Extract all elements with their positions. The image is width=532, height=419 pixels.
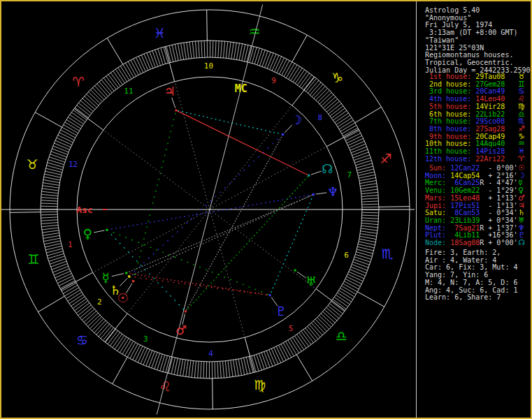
house-number-7: 7	[347, 170, 352, 179]
degree-tick	[54, 143, 69, 149]
header-line: Regiomontanus houses.	[425, 51, 513, 59]
degree-tick	[42, 186, 59, 188]
degree-tick	[347, 135, 362, 142]
satu-position-dot	[128, 275, 130, 277]
degree-tick	[228, 360, 230, 377]
degree-tick	[198, 361, 199, 378]
house-number-9: 9	[271, 76, 276, 85]
degree-tick	[53, 146, 69, 152]
degree-tick	[360, 184, 377, 186]
house-cusp-line	[103, 130, 210, 210]
degree-tick	[233, 360, 236, 376]
degree-tick	[41, 222, 58, 223]
sign-boundary	[207, 10, 208, 41]
sign-tau-icon: ♉	[26, 156, 38, 172]
house-row: 3rd house: 20Can49	[425, 87, 505, 95]
degree-tick	[215, 362, 215, 378]
degree-tick	[362, 201, 379, 202]
house-cusp-line	[127, 210, 210, 314]
degree-tick	[361, 221, 378, 222]
stats-line: Fire: 3, Earth: 2,	[425, 249, 501, 256]
planet-pointer-line	[172, 98, 175, 108]
degree-tick	[359, 242, 375, 245]
house-number-2: 2	[97, 297, 102, 307]
degree-tick	[344, 281, 359, 289]
degree-tick	[138, 56, 145, 71]
planet-row: Moon: 14Cap54 + 2°16'	[425, 172, 517, 179]
degree-tick	[50, 261, 66, 267]
degree-tick	[281, 344, 289, 359]
degree-tick	[51, 152, 67, 157]
degree-tick	[349, 141, 364, 148]
mars-position-dot	[185, 310, 187, 312]
degree-tick	[41, 200, 57, 201]
degree-tick	[217, 362, 218, 378]
node-icon: ☊	[518, 239, 525, 247]
house-cusp-line	[245, 337, 254, 372]
degree-tick	[215, 41, 216, 57]
degree-tick	[44, 177, 61, 180]
degree-tick	[361, 192, 378, 193]
sign-lib-icon: ♎	[336, 328, 347, 344]
degree-tick	[272, 55, 279, 71]
degree-tick	[220, 362, 222, 378]
degree-tick	[231, 42, 233, 59]
degree-tick	[52, 266, 68, 272]
asc-label: Asc	[76, 205, 92, 215]
degree-tick	[57, 276, 73, 283]
degree-tick	[49, 157, 65, 162]
degree-tick	[353, 152, 369, 158]
sign-boundary	[35, 112, 62, 127]
degree-tick	[347, 274, 363, 281]
panel-divider	[416, 0, 417, 419]
degree-tick	[254, 355, 259, 372]
degree-tick	[41, 191, 58, 193]
aspect-trine-line	[134, 110, 176, 281]
degree-tick	[361, 231, 378, 233]
degree-tick	[55, 140, 71, 147]
degree-tick	[187, 42, 189, 59]
degree-tick	[59, 279, 73, 286]
house-cusp-line	[316, 289, 345, 311]
house-number-8: 8	[317, 113, 322, 122]
nept-position-dot	[312, 193, 315, 196]
degree-tick	[41, 198, 58, 199]
sign-boundary	[213, 378, 213, 409]
degree-tick	[271, 348, 278, 364]
house-number-4: 4	[208, 349, 213, 358]
degree-tick	[229, 42, 231, 59]
degree-tick	[201, 41, 202, 57]
degree-tick	[352, 149, 368, 156]
header-line: Tropical, Geocentric.	[425, 59, 513, 66]
degree-tick	[146, 351, 152, 366]
degree-tick	[262, 51, 268, 67]
house-row: 11th house: 14Pis28	[425, 147, 505, 155]
info-panel: Astrolog 5.40"Anonymous"Fri July 5, 1974…	[417, 0, 532, 419]
degree-tick	[238, 359, 242, 376]
house-cusp-line	[210, 210, 245, 337]
degree-tick	[186, 360, 188, 377]
planet-pointer-line	[112, 274, 124, 277]
degree-tick	[350, 144, 366, 150]
house-row: 6th house: 22Lib22	[425, 110, 505, 118]
house-row: 2nd house: 27Gem28	[425, 80, 505, 88]
degree-tick	[264, 352, 271, 367]
aspect-opposition-line	[129, 135, 283, 277]
planet-row: Jupi: 17Pis51 - 1°13'	[425, 202, 517, 210]
degree-tick	[352, 265, 367, 271]
degree-tick	[354, 155, 370, 161]
degree-tick	[192, 361, 194, 378]
house-cusp-line	[175, 82, 210, 210]
planet-pointer-line	[94, 230, 104, 233]
house-row: 12th house: 22Ari22	[425, 155, 505, 163]
sign-cap-icon: ♑	[331, 70, 343, 85]
degree-tick	[41, 214, 57, 215]
degree-tick	[361, 195, 378, 196]
sun-position-dot	[132, 280, 134, 282]
aspect-quincunx-line	[129, 195, 314, 277]
degree-tick	[241, 358, 245, 374]
degree-tick	[354, 257, 371, 262]
degree-tick	[183, 360, 186, 376]
degree-tick	[56, 274, 71, 281]
header-line: 3:13am (DT +8:00 GMT)	[425, 29, 517, 36]
